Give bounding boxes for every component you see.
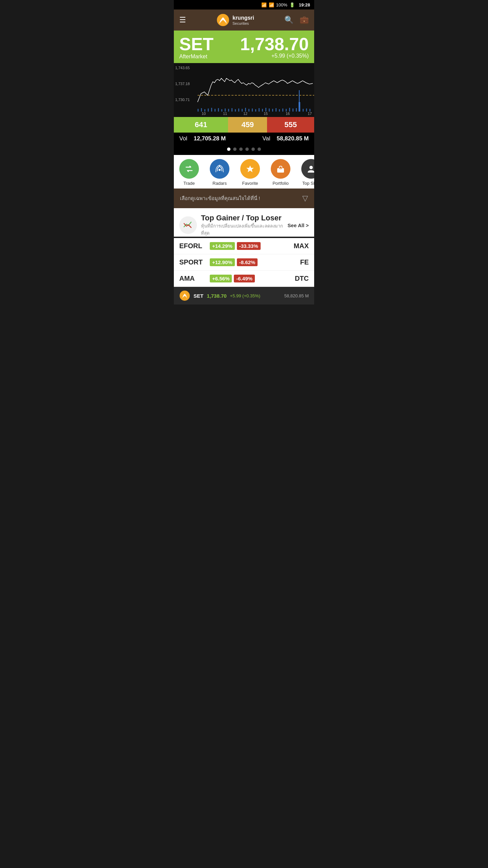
svg-marker-49 [246,165,254,172]
dot-3[interactable] [239,147,243,151]
bottom-vol: 58,820.85 M [284,293,309,298]
stock-row-sport[interactable]: SPORT +12.90% -8.62% FE [174,254,314,271]
nav-radars[interactable]: Radars [204,159,235,186]
krungsri-logo [216,13,230,27]
battery-icon: 🔋 [289,2,295,7]
green-count: 641 [174,117,228,133]
svg-rect-25 [259,108,260,112]
section-title-group: Top Gainer / Top Loser หุ้นที่มีการเปลี่… [201,214,284,237]
stock-table: EFORL +14.29% -33.33% MAX SPORT +12.90% … [174,238,314,287]
svg-rect-40 [309,109,310,112]
val-value: 58,820.85 M [277,135,309,142]
topshare-label: Top Shar [302,181,314,186]
favorite-icon [240,159,260,179]
nav-favorite[interactable]: Favorite [235,159,265,186]
app-header: ☰ krungsri Securities 🔍 💼 [174,9,314,31]
bottom-bar: SET 1,738.70 +5.99 (+0.35%) 58,820.85 M [174,287,314,304]
vol-val-row: Vol 12,705.28 M Val 58,820.85 M [174,133,314,145]
wifi-icon: 📶 [261,2,267,7]
svg-rect-29 [272,109,273,112]
set-value: 1,738.70 [240,35,309,53]
svg-rect-33 [286,109,287,112]
stock-gain-eforl: +14.29% [210,242,235,250]
trade-label: Trade [183,181,195,186]
briefcase-button[interactable]: 💼 [300,16,309,24]
section-header: Top Gainer / Top Loser หุ้นที่มีการเปลี่… [179,214,309,237]
dot-1[interactable] [227,147,230,151]
color-bar: 641 459 555 [174,117,314,133]
section-subtitle: หุ้นที่มีการเปลี่ยนแปลงเพิ่มขึ้นและลดลงม… [201,222,284,237]
dot-6[interactable] [258,147,261,151]
chart-container: 1,743.65 1,737.18 1,730.71 [174,63,314,117]
stats-bar: 641 459 555 Vol 12,705.28 M Val 58,820.8… [174,117,314,155]
stock-name-ama: AMA [179,275,210,282]
section-icon [179,216,197,234]
nav-icons: Trade Radars Favorite Port [174,155,314,189]
filter-icon[interactable]: ▽ [302,194,308,203]
price-chart: 1,743.65 1,737.18 1,730.71 [174,63,314,116]
nav-portfolio[interactable]: Portfolio [265,159,296,186]
filter-text: เลือกดูเฉพาะข้อมูลที่คุณสนใจได้ที่นี่ ! [180,194,260,202]
nav-topshare[interactable]: Top Shar [296,159,314,186]
svg-rect-34 [289,108,290,112]
bottom-index-change: +5.99 (+0.35%) [230,293,261,298]
val-label: Val [262,135,270,142]
stock-gain-sport: +12.90% [210,258,235,266]
svg-text:1,743.65: 1,743.65 [175,66,190,70]
svg-rect-37 [299,102,300,112]
svg-rect-17 [231,108,232,112]
svg-rect-9 [204,109,205,112]
topshare-icon [301,159,314,179]
svg-rect-19 [238,108,239,112]
svg-text:15: 15 [264,112,268,116]
svg-text:17: 17 [308,112,312,116]
stock-loss-ama: -6.49% [234,275,255,282]
stock-ticker-eforl: MAX [294,242,309,250]
stock-ticker-sport: FE [300,258,309,266]
svg-text:11: 11 [223,112,227,116]
bottom-index-label: SET [194,293,203,299]
top-gainer-section: Top Gainer / Top Loser หุ้นที่มีการเปลี่… [174,208,314,237]
stock-loss-sport: -8.62% [237,258,258,266]
favorite-label: Favorite [242,181,258,186]
section-title: Top Gainer / Top Loser [201,214,284,222]
menu-button[interactable]: ☰ [179,16,186,24]
svg-rect-16 [228,109,229,112]
stock-row-eforl[interactable]: EFORL +14.29% -33.33% MAX [174,238,314,254]
stock-row-ama[interactable]: AMA +6.56% -6.49% DTC [174,271,314,287]
svg-rect-39 [306,108,307,112]
trade-icon [179,159,199,179]
dot-4[interactable] [245,147,249,151]
stock-gain-ama: +6.56% [210,275,232,282]
dot-5[interactable] [251,147,255,151]
radars-icon [210,159,229,179]
dot-2[interactable] [233,147,237,151]
trade-icon-svg [184,164,194,174]
logo-name: krungsri [232,15,254,21]
logo-subtitle: Securities [232,21,254,25]
svg-rect-21 [245,108,246,112]
portfolio-label: Portfolio [272,181,289,186]
svg-rect-27 [265,108,266,112]
radars-label: Radars [212,181,227,186]
see-all-button[interactable]: See All > [288,222,309,228]
yellow-count: 459 [228,117,267,133]
stock-ticker-ama: DTC [295,275,309,282]
portfolio-icon [271,159,290,179]
set-top-row: SET 1,738.70 [179,35,309,53]
nav-trade[interactable]: Trade [174,159,204,186]
time-display: 19:28 [299,2,310,7]
svg-text:12: 12 [243,112,247,116]
svg-text:1,737.18: 1,737.18 [175,82,190,86]
svg-rect-8 [201,108,202,112]
search-button[interactable]: 🔍 [284,16,293,24]
svg-point-52 [309,166,313,169]
filter-bar[interactable]: เลือกดูเฉพาะข้อมูลที่คุณสนใจได้ที่นี่ ! … [174,189,314,208]
gainer-loser-icon [182,219,194,231]
svg-rect-20 [242,109,243,112]
svg-rect-11 [211,108,212,112]
svg-rect-38 [303,109,304,112]
svg-rect-31 [279,109,280,112]
set-bottom-row: AfterMarket +5.99 (+0.35%) [179,53,309,60]
status-bar: 📶 📶 100% 🔋 19:28 [174,0,314,9]
